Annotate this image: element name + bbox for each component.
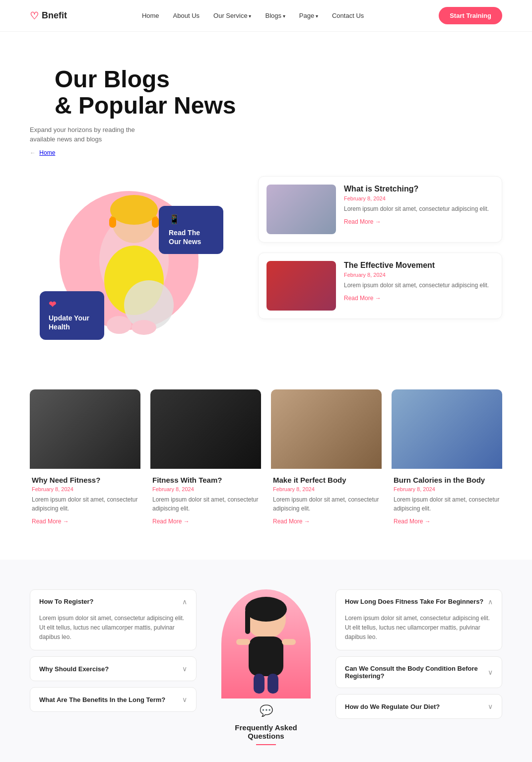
svg-rect-11 xyxy=(245,609,250,634)
breadcrumb-home[interactable]: Home xyxy=(39,149,55,156)
faq-item-left-0-answer: Lorem ipsum dolor sit amet, consectetur … xyxy=(30,614,196,650)
svg-point-7 xyxy=(107,316,132,334)
navbar: ♡ Bnefit Home About Us Our Service Blogs… xyxy=(0,0,532,32)
featured-section: 📱 Read The Our News ❤ Update Your Health… xyxy=(0,166,532,384)
article-card-2: The Effective Movement February 8, 2024 … xyxy=(258,253,502,319)
chevron-down-icon-r2: ∨ xyxy=(488,702,493,710)
svg-point-10 xyxy=(245,597,287,622)
faq-item-right-1-question: Can We Consult the Body Condition Before… xyxy=(345,665,488,680)
blog-card-2-read-more[interactable]: Read More xyxy=(273,518,310,525)
chevron-up-icon-right: ∧ xyxy=(488,598,493,606)
faq-item-right-2-question: How do We Regulate Our Diet? xyxy=(345,703,440,710)
svg-rect-15 xyxy=(254,674,265,694)
blog-card-1-read-more[interactable]: Read More xyxy=(152,518,190,525)
blog-card-3-excerpt: Lorem ipsum dolor sit amet, consectetur … xyxy=(394,495,500,513)
blog-card-0-date: February 8, 2024 xyxy=(32,486,138,492)
faq-item-left-2-question: What Are The Benefits In the Long Term? xyxy=(39,696,165,703)
article-1-date: February 8, 2024 xyxy=(344,195,489,201)
article-2-read-more[interactable]: Read More xyxy=(344,295,381,302)
article-1-info: What is Stretching? February 8, 2024 Lor… xyxy=(344,185,489,225)
faq-person-svg xyxy=(221,589,311,698)
faq-item-right-1-header[interactable]: Can We Consult the Body Condition Before… xyxy=(336,657,502,688)
phone-icon: 📱 xyxy=(169,214,213,225)
blog-card-2-title: Make it Perfect Body xyxy=(273,476,380,484)
hero-subtitle: Expand your horizons by reading the avai… xyxy=(30,125,139,144)
faq-item-left-0: How To Register? ∧ Lorem ipsum dolor sit… xyxy=(30,589,197,651)
article-1-read-more[interactable]: Read More xyxy=(344,218,381,225)
blog-card-0-thumb xyxy=(30,389,140,469)
breadcrumb: ← Home xyxy=(30,149,502,156)
blog-card-1-date: February 8, 2024 xyxy=(152,486,259,492)
nav-page[interactable]: Page xyxy=(299,12,318,19)
faq-section: How To Register? ∧ Lorem ipsum dolor sit… xyxy=(0,560,532,762)
hero-title: Our Blogs & Popular News xyxy=(30,66,502,119)
faq-person-illustration xyxy=(221,589,311,698)
faq-item-left-2: What Are The Benefits In the Long Term? … xyxy=(30,687,197,712)
faq-item-left-0-question: How To Register? xyxy=(39,598,94,605)
svg-point-8 xyxy=(132,320,156,335)
start-training-button[interactable]: Start Training xyxy=(439,7,502,24)
blog-card-0-excerpt: Lorem ipsum dolor sit amet, consectetur … xyxy=(32,495,138,513)
article-2-title: The Effective Movement xyxy=(344,261,489,270)
faq-right: How Long Does Fitness Take For Beginners… xyxy=(335,589,502,725)
featured-left: 📱 Read The Our News ❤ Update Your Health xyxy=(30,176,238,365)
faq-item-right-2-header[interactable]: How do We Regulate Our Diet? ∨ xyxy=(336,695,502,718)
faq-item-right-0-question: How Long Does Fitness Take For Beginners… xyxy=(345,598,483,605)
faq-item-right-0: How Long Does Fitness Take For Beginners… xyxy=(335,589,502,651)
faq-item-left-0-header[interactable]: How To Register? ∧ xyxy=(30,590,196,614)
update-health-card[interactable]: ❤ Update Your Health xyxy=(40,291,104,340)
brand-name: Bnefit xyxy=(42,10,67,21)
article-1-thumb xyxy=(266,185,336,234)
blog-card-0-read-more[interactable]: Read More xyxy=(32,518,69,525)
blog-card-2-date: February 8, 2024 xyxy=(273,486,380,492)
blog-card-3: Burn Calories in the Body February 8, 20… xyxy=(392,389,502,530)
faq-left: How To Register? ∧ Lorem ipsum dolor sit… xyxy=(30,589,197,718)
blog-card-3-read-more[interactable]: Read More xyxy=(394,518,431,525)
faq-title: Frequently Asked Questions xyxy=(216,723,316,740)
article-2-info: The Effective Movement February 8, 2024 … xyxy=(344,261,489,302)
svg-rect-3 xyxy=(109,217,116,228)
article-2-thumb xyxy=(266,261,336,311)
svg-rect-12 xyxy=(249,636,283,676)
faq-item-left-1-header[interactable]: Why Should Exercise? ∨ xyxy=(30,657,196,681)
nav-service[interactable]: Our Service xyxy=(213,12,251,19)
svg-rect-16 xyxy=(267,674,278,694)
blog-card-0-title: Why Need Fitness? xyxy=(32,476,138,484)
faq-title-divider xyxy=(256,744,276,745)
faq-item-left-1: Why Should Exercise? ∨ xyxy=(30,656,197,681)
nav-contact[interactable]: Contact Us xyxy=(332,12,364,19)
nav-blogs[interactable]: Blogs xyxy=(266,12,285,19)
article-1-excerpt: Lorem ipsum dolor sit amet, consectetur … xyxy=(344,204,489,213)
blog-card-1-excerpt: Lorem ipsum dolor sit amet, consectetur … xyxy=(152,495,259,513)
featured-articles: What is Stretching? February 8, 2024 Lor… xyxy=(258,176,502,319)
blog-card-0: Why Need Fitness? February 8, 2024 Lorem… xyxy=(30,389,140,530)
nav-about[interactable]: About Us xyxy=(173,12,200,19)
blog-card-1: Fitness With Team? February 8, 2024 Lore… xyxy=(150,389,261,530)
chevron-down-icon-r1: ∨ xyxy=(488,668,493,676)
faq-item-right-0-answer: Lorem ipsum dolor sit amet, consectetur … xyxy=(336,614,502,650)
article-2-date: February 8, 2024 xyxy=(344,272,489,278)
blog-card-2: Make it Perfect Body February 8, 2024 Lo… xyxy=(271,389,382,530)
blog-card-3-date: February 8, 2024 xyxy=(394,486,500,492)
hero-section: Our Blogs & Popular News Expand your hor… xyxy=(0,32,532,166)
blog-card-1-title: Fitness With Team? xyxy=(152,476,259,484)
nav-links: Home About Us Our Service Blogs Page Con… xyxy=(142,12,364,19)
svg-rect-13 xyxy=(236,639,250,645)
nav-home[interactable]: Home xyxy=(142,12,159,19)
svg-rect-4 xyxy=(152,217,159,228)
read-news-card[interactable]: 📱 Read The Our News xyxy=(159,206,223,254)
chevron-down-icon-2: ∨ xyxy=(182,696,187,703)
chevron-up-icon: ∧ xyxy=(182,598,187,606)
faq-item-right-0-header[interactable]: How Long Does Fitness Take For Beginners… xyxy=(336,590,502,614)
faq-center: 💬 Frequently Asked Questions xyxy=(216,589,316,745)
faq-chat-icon: 💬 xyxy=(260,704,273,717)
blog-card-1-thumb xyxy=(150,389,261,469)
faq-item-left-2-header[interactable]: What Are The Benefits In the Long Term? … xyxy=(30,688,196,711)
blog-grid-section: Why Need Fitness? February 8, 2024 Lorem… xyxy=(0,384,532,560)
brand-logo[interactable]: ♡ Bnefit xyxy=(30,10,67,22)
faq-item-right-1: Can We Consult the Body Condition Before… xyxy=(335,656,502,688)
article-1-title: What is Stretching? xyxy=(344,185,489,193)
heart-icon: ♡ xyxy=(30,10,39,22)
faq-item-right-2: How do We Regulate Our Diet? ∨ xyxy=(335,694,502,719)
heart-card-icon: ❤ xyxy=(49,299,95,311)
